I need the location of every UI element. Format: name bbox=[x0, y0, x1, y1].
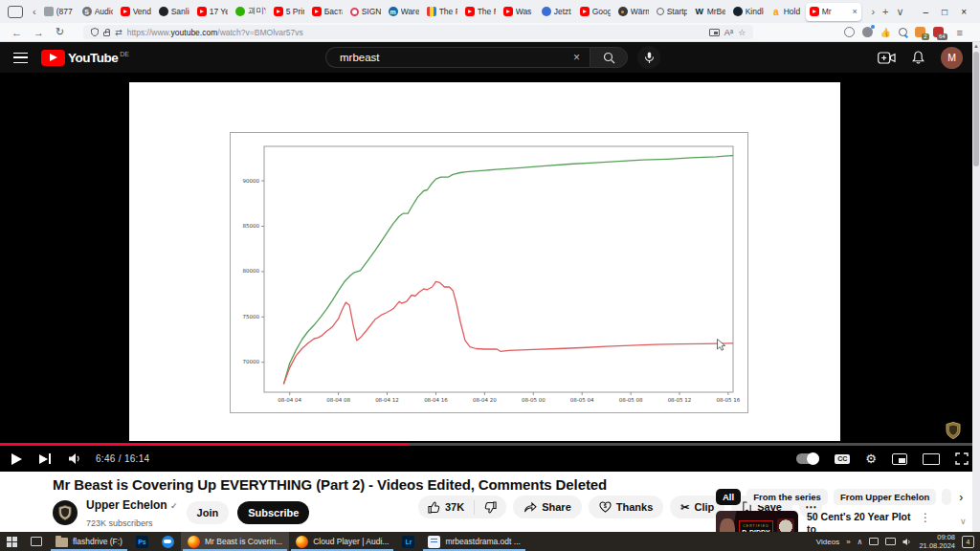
browser-tab[interactable]: Was C bbox=[500, 3, 538, 21]
taskbar-app-ps[interactable]: Ps bbox=[129, 532, 155, 551]
browser-tab[interactable]: Kindle bbox=[729, 3, 768, 21]
video-player[interactable]: 08-04 0408-04 0808-04 1208-04 1608-04 20… bbox=[0, 73, 980, 472]
browser-tab[interactable]: Wärm bbox=[614, 3, 653, 21]
subtitles-cc-button[interactable]: CC bbox=[835, 454, 850, 464]
collapse-chevron-icon[interactable]: ∨ bbox=[960, 517, 967, 526]
action-center-icon[interactable]: 4 bbox=[962, 536, 974, 548]
forward-button[interactable]: → bbox=[28, 27, 50, 38]
theater-mode-button[interactable] bbox=[923, 453, 940, 465]
notifications-bell-icon[interactable] bbox=[912, 51, 924, 64]
start-button[interactable] bbox=[0, 532, 24, 551]
browser-tab[interactable]: SIGN bbox=[346, 3, 385, 21]
clear-search-icon[interactable]: × bbox=[573, 51, 580, 64]
bookmark-star-icon[interactable]: ☆ bbox=[738, 28, 746, 37]
display-network-icon[interactable] bbox=[885, 538, 896, 545]
close-tab-icon[interactable]: × bbox=[852, 7, 857, 16]
youtube-logo-icon[interactable] bbox=[41, 50, 65, 66]
app-menu-button[interactable]: ≡ bbox=[951, 27, 969, 38]
browser-tab[interactable]: (877 bbox=[40, 3, 78, 21]
autoplay-toggle[interactable] bbox=[796, 453, 819, 464]
browser-tab[interactable]: 17 Ye bbox=[193, 3, 232, 21]
taskbar-app-doc[interactable]: mrbeastdrama.odt ... bbox=[421, 532, 526, 551]
scrollbar-up-arrow[interactable]: ▲ bbox=[972, 42, 980, 50]
search-input[interactable]: mrbeast × bbox=[325, 47, 590, 68]
browser-tab[interactable]: The R bbox=[461, 3, 500, 21]
browser-tab[interactable]: Баста bbox=[308, 3, 346, 21]
guide-menu-icon[interactable] bbox=[13, 53, 28, 63]
browser-tab[interactable]: Goog bbox=[576, 3, 614, 21]
taskbar-toolbar-label[interactable]: Videos bbox=[816, 538, 839, 546]
reload-button[interactable]: ↻ bbox=[50, 26, 70, 38]
permissions-icon[interactable]: ⇄ bbox=[115, 28, 122, 37]
thanks-button[interactable]: $ Thanks bbox=[589, 496, 664, 518]
account-extension-icon[interactable] bbox=[862, 27, 873, 37]
browser-tab[interactable]: The P bbox=[423, 3, 461, 21]
subscribe-button[interactable]: Subscribe bbox=[237, 501, 309, 524]
share-button[interactable]: Share bbox=[513, 496, 582, 518]
browser-tab[interactable]: mWaren bbox=[385, 3, 423, 21]
create-video-icon[interactable] bbox=[878, 52, 896, 64]
browser-tab[interactable]: Startp bbox=[653, 3, 691, 21]
join-button[interactable]: Join bbox=[187, 501, 230, 524]
browser-tab[interactable]: Mr× bbox=[806, 3, 861, 21]
channel-watermark-icon[interactable] bbox=[946, 422, 961, 439]
browser-tab[interactable]: aHold bbox=[768, 3, 806, 21]
fullscreen-button[interactable] bbox=[955, 452, 969, 465]
toolbar-overflow-icon[interactable]: » bbox=[846, 538, 850, 546]
browser-tab[interactable]: Jetzt i bbox=[538, 3, 576, 21]
window-close-button[interactable]: × bbox=[961, 7, 967, 17]
miniplayer-button[interactable] bbox=[892, 453, 907, 465]
browser-tab[interactable]: Vende bbox=[117, 3, 155, 21]
next-video-button[interactable] bbox=[39, 453, 51, 464]
voice-search-button[interactable] bbox=[637, 46, 660, 69]
browser-tab[interactable]: WMrBe bbox=[691, 3, 729, 21]
adblock-extension-icon[interactable]: 64 bbox=[933, 27, 944, 37]
profile-avatar[interactable]: M bbox=[941, 47, 963, 69]
search-query-text[interactable]: mrbeast bbox=[340, 52, 573, 63]
browser-tab[interactable]: Sanlig bbox=[155, 3, 193, 21]
taskbar-app-folder[interactable]: flashdrive (F:) bbox=[49, 532, 129, 551]
tray-status-icon[interactable] bbox=[869, 538, 879, 545]
speaker-icon[interactable] bbox=[902, 538, 912, 546]
window-minimize-button[interactable]: – bbox=[924, 7, 929, 17]
browser-tab[interactable]: 괴미's bbox=[232, 3, 270, 21]
youtube-logo-text[interactable]: YouTube bbox=[68, 51, 118, 65]
browser-tab[interactable]: 5 Prin bbox=[270, 3, 308, 21]
search-button[interactable] bbox=[590, 47, 628, 68]
rating-extension-icon[interactable]: 👍 bbox=[880, 27, 891, 37]
channel-avatar[interactable] bbox=[53, 500, 78, 525]
task-view-button[interactable] bbox=[24, 532, 49, 551]
back-button[interactable]: ← bbox=[6, 27, 28, 38]
url-text[interactable]: https://www.youtube.com/watch?v=BMOlvar5… bbox=[127, 28, 704, 37]
dislike-button[interactable] bbox=[475, 501, 506, 514]
url-bar[interactable]: ⇄ https://www.youtube.com/watch?v=BMOlva… bbox=[83, 25, 753, 39]
hidden-icons-chevron[interactable]: ∧ bbox=[858, 538, 863, 546]
settings-gear-icon[interactable]: ⚙ bbox=[865, 452, 877, 466]
filter-chip-partial[interactable] bbox=[942, 489, 951, 505]
page-scrollbar[interactable]: ▲ bbox=[972, 42, 980, 532]
channel-name[interactable]: Upper Echelon ✓ bbox=[86, 498, 178, 512]
taskbar-app-cloud[interactable] bbox=[155, 532, 181, 551]
lock-icon[interactable] bbox=[103, 32, 110, 36]
translate-icon[interactable]: Aᵃ bbox=[724, 28, 733, 37]
new-tab-button[interactable]: + bbox=[879, 6, 892, 17]
search-extension-icon[interactable] bbox=[899, 28, 907, 36]
filter-chip[interactable]: All bbox=[716, 489, 741, 505]
pocket-icon[interactable] bbox=[844, 27, 855, 37]
browser-tab[interactable]: SAudio bbox=[78, 3, 117, 21]
window-maximize-button[interactable]: □ bbox=[942, 7, 947, 17]
userscript-extension-icon[interactable]: 2 bbox=[915, 27, 925, 37]
taskbar-app-lr[interactable]: Lr bbox=[395, 532, 421, 551]
taskbar-app-ff[interactable]: Mr Beast is Coverin... bbox=[181, 532, 289, 551]
taskbar-app-ff[interactable]: Cloud Player | Audi... bbox=[289, 532, 395, 551]
scroll-tabs-left-button[interactable]: ‹ bbox=[29, 6, 40, 17]
tracking-shield-icon[interactable] bbox=[91, 28, 99, 36]
firefox-view-icon[interactable] bbox=[8, 6, 23, 18]
like-button[interactable]: 37K bbox=[418, 501, 474, 514]
taskbar-clock[interactable]: 09:08 21.08.2024 bbox=[919, 533, 955, 551]
list-all-tabs-button[interactable]: ∨ bbox=[892, 6, 907, 18]
chips-next-icon[interactable]: › bbox=[959, 491, 963, 504]
volume-icon[interactable] bbox=[68, 452, 82, 465]
filter-chip[interactable]: From the series bbox=[746, 489, 828, 505]
filter-chip[interactable]: From Upper Echelon bbox=[834, 489, 936, 505]
